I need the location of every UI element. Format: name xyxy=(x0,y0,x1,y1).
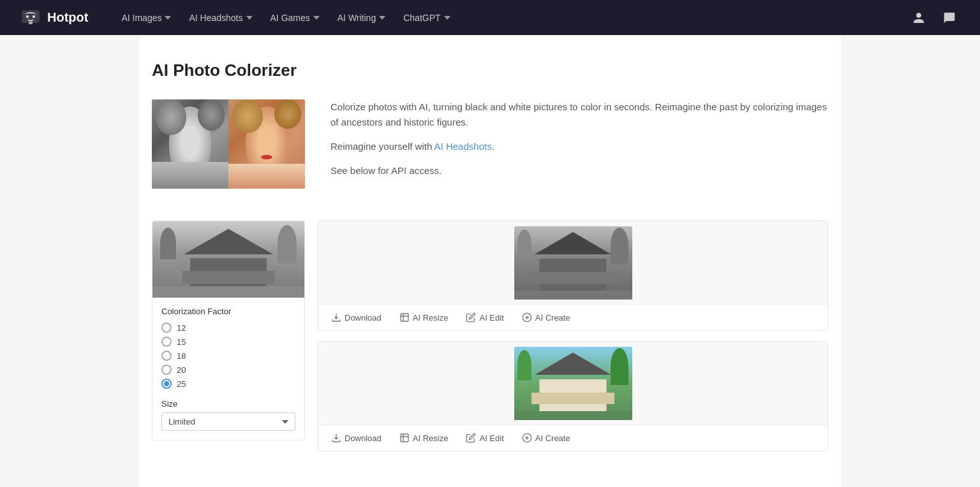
chevron-down-icon xyxy=(444,15,450,21)
colorization-factor-label: Colorization Factor xyxy=(161,307,295,316)
navbar: Hotpot AI Images AI Headshots AI Games A… xyxy=(0,0,980,35)
chat-icon xyxy=(943,11,956,24)
download-icon xyxy=(331,312,341,323)
result-card-1: Download AI Resize A xyxy=(318,221,828,331)
hotpot-mascot-icon xyxy=(20,8,41,28)
ai-resize-button-1[interactable]: AI Resize xyxy=(397,311,451,324)
result-actions-1: Download AI Resize A xyxy=(318,304,828,330)
description-text-1: Colorize photos with AI, turning black a… xyxy=(330,99,828,130)
nav-label-ai-writing: AI Writing xyxy=(338,13,376,23)
radio-circle-25 xyxy=(161,379,172,389)
hero-description: Colorize photos with AI, turning black a… xyxy=(330,99,828,187)
size-select[interactable]: Limited Small Medium Large xyxy=(161,412,295,431)
chevron-down-icon xyxy=(165,15,171,21)
user-icon xyxy=(912,11,925,24)
resize-icon xyxy=(399,312,410,323)
nav-item-ai-games[interactable]: AI Games xyxy=(263,8,327,28)
radio-circle-20 xyxy=(161,365,172,375)
ai-resize-button-2[interactable]: AI Resize xyxy=(397,432,451,444)
nav-label-ai-games: AI Games xyxy=(271,13,310,23)
resize-icon xyxy=(399,433,410,443)
ai-edit-button-2[interactable]: AI Edit xyxy=(463,432,506,444)
svg-point-2 xyxy=(33,15,35,18)
nav-right xyxy=(909,8,960,28)
hero-bw-image xyxy=(152,99,228,189)
edit-icon xyxy=(466,312,476,323)
user-profile-button[interactable] xyxy=(909,8,929,28)
download-button-2[interactable]: Download xyxy=(329,432,384,444)
nav-item-ai-images[interactable]: AI Images xyxy=(114,8,179,28)
svg-point-1 xyxy=(26,15,29,18)
description-text-2: Reimagine yourself with AI Headshots. xyxy=(330,139,828,154)
radio-circle-12 xyxy=(161,323,172,333)
radio-circle-18 xyxy=(161,351,172,361)
chat-button[interactable] xyxy=(939,8,960,28)
create-icon xyxy=(522,433,532,443)
result-image-container-2 xyxy=(318,342,828,425)
radio-option-20[interactable]: 20 xyxy=(161,365,295,375)
radio-circle-15 xyxy=(161,337,172,347)
hero-section: Colorize photos with AI, turning black a… xyxy=(152,99,828,189)
brand-name: Hotpot xyxy=(47,10,88,25)
left-controls: Colorization Factor 12 15 18 xyxy=(152,298,304,440)
ai-edit-button-1[interactable]: AI Edit xyxy=(463,311,506,324)
description-text-3: See below for API access. xyxy=(330,163,828,178)
page-title: AI Photo Colorizer xyxy=(152,61,828,80)
tool-section: Colorization Factor 12 15 18 xyxy=(152,221,828,451)
size-label: Size xyxy=(161,399,295,409)
svg-rect-6 xyxy=(401,434,408,442)
download-button-1[interactable]: Download xyxy=(329,311,384,324)
nav-label-ai-headshots: AI Headshots xyxy=(189,13,242,23)
result-card-2: Download AI Resize A xyxy=(318,341,828,451)
nav-label-ai-images: AI Images xyxy=(121,13,161,23)
ai-create-button-2[interactable]: AI Create xyxy=(519,432,573,444)
svg-rect-4 xyxy=(401,314,408,321)
hero-color-image xyxy=(228,99,305,189)
download-icon xyxy=(331,433,341,443)
svg-rect-3 xyxy=(29,22,33,24)
radio-option-15[interactable]: 15 xyxy=(161,337,295,347)
input-image xyxy=(152,221,304,298)
chevron-down-icon xyxy=(379,15,385,21)
nav-item-ai-writing[interactable]: AI Writing xyxy=(330,8,393,28)
result-image-1 xyxy=(514,226,632,300)
nav-label-chatgpt: ChatGPT xyxy=(403,13,440,23)
create-icon xyxy=(522,312,532,323)
radio-option-18[interactable]: 18 xyxy=(161,351,295,361)
result-image-2 xyxy=(514,347,632,420)
nav-item-ai-headshots[interactable]: AI Headshots xyxy=(181,8,260,28)
left-panel: Colorization Factor 12 15 18 xyxy=(152,221,305,440)
chevron-down-icon xyxy=(313,15,320,21)
main-content: AI Photo Colorizer xyxy=(139,35,841,487)
nav-item-chatgpt[interactable]: ChatGPT xyxy=(396,8,457,28)
radio-option-12[interactable]: 12 xyxy=(161,323,295,333)
ai-headshots-link[interactable]: AI Headshots xyxy=(434,141,492,152)
ai-create-button-1[interactable]: AI Create xyxy=(519,311,573,324)
radio-group: 12 15 18 20 xyxy=(161,323,295,389)
edit-icon xyxy=(466,433,476,443)
hero-image xyxy=(152,99,305,189)
nav-items: AI Images AI Headshots AI Games AI Writi… xyxy=(114,8,909,28)
radio-option-25[interactable]: 25 xyxy=(161,379,295,389)
chevron-down-icon xyxy=(246,15,253,21)
right-panel: Download AI Resize A xyxy=(318,221,828,451)
result-image-container-1 xyxy=(318,221,828,304)
result-actions-2: Download AI Resize A xyxy=(318,425,828,451)
brand-logo[interactable]: Hotpot xyxy=(20,8,88,28)
